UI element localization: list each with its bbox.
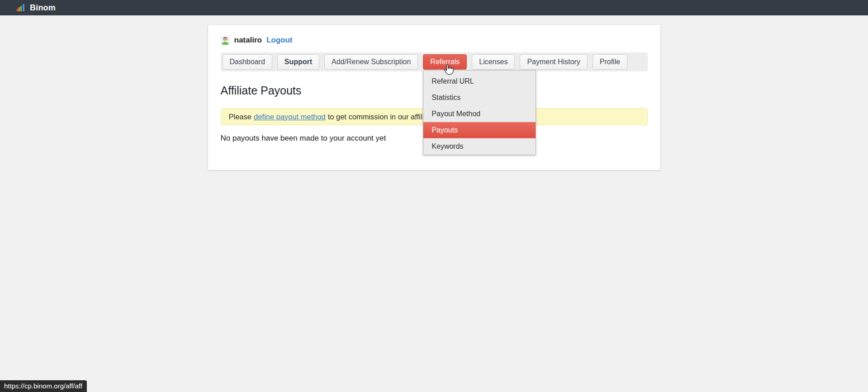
tab-licenses[interactable]: Licenses bbox=[472, 54, 515, 70]
nav-tab-bar: Dashboard Support Add/Renew Subscription… bbox=[221, 52, 648, 71]
tab-payment-history[interactable]: Payment History bbox=[520, 54, 587, 70]
brand-name: Binom bbox=[30, 3, 56, 13]
status-url-tooltip: https://cp.binom.org/aff/aff bbox=[0, 380, 87, 392]
user-row: nataliro Logout bbox=[221, 36, 648, 45]
notice-prefix: Please bbox=[229, 113, 251, 121]
tab-profile[interactable]: Profile bbox=[593, 54, 627, 70]
dropdown-item-payout-method[interactable]: Payout Method bbox=[423, 106, 536, 122]
dropdown-item-referral-url[interactable]: Referral URL bbox=[423, 73, 536, 90]
user-name: nataliro bbox=[234, 36, 262, 45]
tab-referrals-label: Referrals bbox=[430, 58, 460, 66]
bar-chart-logo-icon bbox=[17, 4, 26, 12]
top-bar: Binom bbox=[0, 0, 868, 15]
notice-suffix: to get commission in our affilia bbox=[328, 113, 428, 121]
tab-dashboard[interactable]: Dashboard bbox=[223, 54, 272, 70]
logout-link[interactable]: Logout bbox=[266, 36, 293, 45]
referrals-dropdown-menu: Referral URL Statistics Payout Method Pa… bbox=[423, 70, 536, 155]
define-payout-method-link[interactable]: define payout method bbox=[254, 113, 326, 121]
dropdown-item-payouts[interactable]: Payouts bbox=[423, 122, 536, 138]
user-avatar bbox=[221, 36, 230, 45]
tab-referrals[interactable]: Referrals Referral URL Statistics Payout… bbox=[423, 54, 467, 70]
tab-add-renew-subscription[interactable]: Add/Renew Subscription bbox=[324, 54, 418, 70]
main-card: nataliro Logout Dashboard Support Add/Re… bbox=[208, 25, 660, 170]
dropdown-item-statistics[interactable]: Statistics bbox=[423, 90, 536, 106]
tab-support[interactable]: Support bbox=[277, 54, 319, 70]
dropdown-item-keywords[interactable]: Keywords bbox=[423, 138, 536, 155]
brand[interactable]: Binom bbox=[17, 3, 56, 13]
